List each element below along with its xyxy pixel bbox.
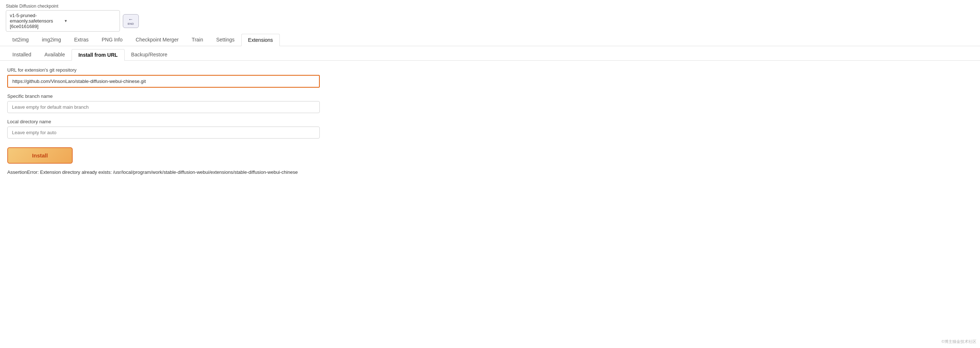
chevron-down-icon: ▼ [64,19,116,23]
tab-extras[interactable]: Extras [68,34,95,46]
arrow-left-icon: ← [128,17,134,22]
branch-field-group: Specific branch name [7,93,320,113]
subtab-backup-restore[interactable]: Backup/Restore [125,49,174,61]
checkpoint-value: v1-5-pruned-emaonly.safetensors [6ce0161… [10,13,62,29]
branch-input[interactable] [7,101,320,113]
checkpoint-select[interactable]: v1-5-pruned-emaonly.safetensors [6ce0161… [6,10,120,32]
tab-extensions[interactable]: Extensions [241,34,280,46]
tab-checkpoint-merger[interactable]: Checkpoint Merger [129,34,185,46]
subtab-available[interactable]: Available [38,49,72,61]
subtab-install-from-url[interactable]: Install from URL [72,49,125,61]
dir-field-group: Local directory name [7,119,320,139]
tab-train[interactable]: Train [185,34,210,46]
dir-input[interactable] [7,126,320,139]
subtab-installed[interactable]: Installed [6,49,38,61]
url-input[interactable] [7,75,320,88]
checkpoint-label: Stable Diffusion checkpoint [6,4,139,9]
dir-label: Local directory name [7,119,320,125]
url-field-group: URL for extension's git repository [7,67,320,88]
branch-label: Specific branch name [7,93,320,99]
install-from-url-content: URL for extension's git repository Speci… [0,61,327,182]
top-bar: Stable Diffusion checkpoint v1-5-pruned-… [0,0,980,34]
error-message: AssertionError: Extension directory alre… [7,169,320,175]
tab-txt2img[interactable]: txt2img [6,34,35,46]
sub-tabs: Installed Available Install from URL Bac… [0,49,980,61]
url-label: URL for extension's git repository [7,67,320,73]
main-tabs: txt2img img2img Extras PNG Info Checkpoi… [0,34,980,46]
tab-settings[interactable]: Settings [210,34,241,46]
tab-img2img[interactable]: img2img [35,34,68,46]
end-button[interactable]: ← END [123,14,139,28]
checkpoint-container: Stable Diffusion checkpoint v1-5-pruned-… [6,4,139,32]
end-label: END [127,22,134,26]
tab-png-info[interactable]: PNG Info [95,34,129,46]
install-button[interactable]: Install [7,147,73,164]
